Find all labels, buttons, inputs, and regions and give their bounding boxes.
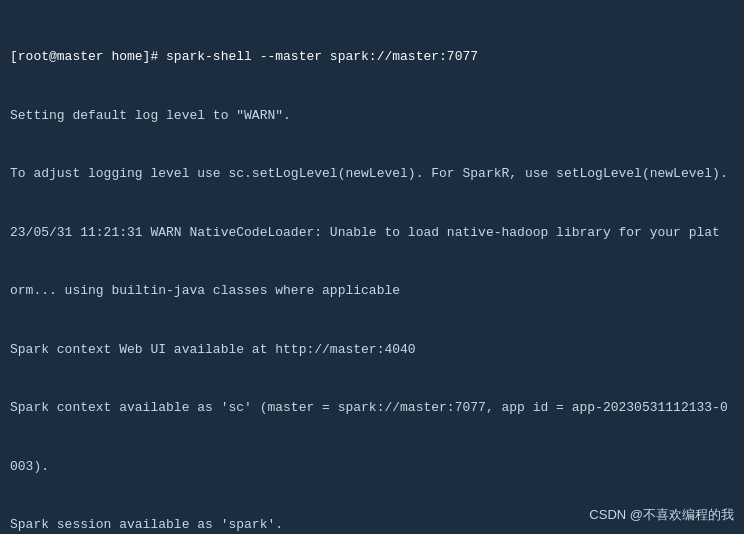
watermark: CSDN @不喜欢编程的我 xyxy=(589,505,734,525)
output-line-1: Setting default log level to "WARN". xyxy=(10,106,734,126)
output-line-5: Spark context Web UI available at http:/… xyxy=(10,340,734,360)
output-line-7: 003). xyxy=(10,457,734,477)
command-line: [root@master home]# spark-shell --master… xyxy=(10,47,734,67)
output-line-3: 23/05/31 11:21:31 WARN NativeCodeLoader:… xyxy=(10,223,734,243)
output-line-4: orm... using builtin-java classes where … xyxy=(10,281,734,301)
output-line-6: Spark context available as 'sc' (master … xyxy=(10,398,734,418)
output-line-2: To adjust logging level use sc.setLogLev… xyxy=(10,164,734,184)
terminal-window: [root@master home]# spark-shell --master… xyxy=(0,0,744,534)
terminal-content: [root@master home]# spark-shell --master… xyxy=(10,8,734,534)
